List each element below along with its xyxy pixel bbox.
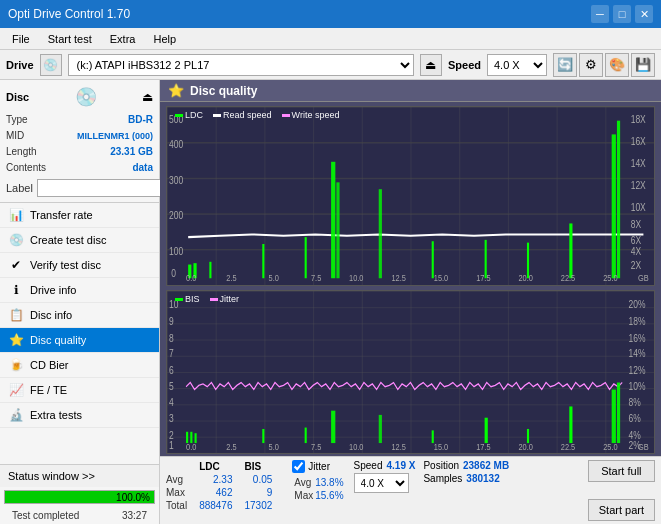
- svg-rect-12: [612, 134, 616, 278]
- ldc-label: LDC: [185, 110, 203, 120]
- drive-icon-button[interactable]: 💿: [40, 54, 62, 76]
- drive-bar: Drive 💿 (k:) ATAPI iHBS312 2 PL17 ⏏ Spee…: [0, 50, 661, 80]
- avg-label: Avg: [166, 473, 199, 486]
- disc-contents-row: Contents data: [6, 160, 153, 176]
- svg-text:14X: 14X: [631, 157, 646, 169]
- jitter-checkbox[interactable]: [292, 460, 305, 473]
- label-key: Label: [6, 182, 33, 194]
- svg-text:100: 100: [169, 245, 184, 257]
- svg-text:5.0: 5.0: [269, 441, 279, 452]
- nav-drive-info-label: Drive info: [30, 284, 76, 296]
- color-button[interactable]: 🎨: [605, 53, 629, 77]
- save-button[interactable]: 💾: [631, 53, 655, 77]
- nav-fe-te[interactable]: 📈 FE / TE: [0, 378, 159, 403]
- start-full-button[interactable]: Start full: [588, 460, 655, 482]
- svg-text:10%: 10%: [629, 379, 646, 391]
- svg-text:14%: 14%: [629, 347, 646, 359]
- nav-verify-test-disc[interactable]: ✔ Verify test disc: [0, 253, 159, 278]
- svg-text:20.0: 20.0: [518, 272, 533, 283]
- svg-rect-19: [569, 223, 572, 278]
- speed-label: Speed: [448, 59, 481, 71]
- nav-extra-tests[interactable]: 🔬 Extra tests: [0, 403, 159, 428]
- col-blank: [166, 460, 199, 473]
- mid-value: MILLENMR1 (000): [77, 128, 153, 144]
- disc-type-row: Type BD-R: [6, 112, 153, 128]
- menu-file[interactable]: File: [4, 32, 38, 46]
- svg-rect-11: [379, 189, 382, 278]
- svg-text:2.5: 2.5: [226, 272, 236, 283]
- svg-text:7: 7: [169, 347, 174, 359]
- max-label: Max: [166, 486, 199, 499]
- jitter-avg-value: 13.8%: [315, 477, 343, 488]
- disc-info-panel: Disc 💿 ⏏ Type BD-R MID MILLENMR1 (000) L…: [0, 80, 159, 203]
- svg-text:8X: 8X: [631, 217, 642, 229]
- maximize-button[interactable]: □: [613, 5, 631, 23]
- disc-quality-header: ⭐ Disc quality: [160, 80, 661, 102]
- svg-text:10X: 10X: [631, 201, 646, 213]
- svg-rect-13: [617, 121, 620, 279]
- refresh-button[interactable]: 🔄: [553, 53, 577, 77]
- window-controls: ─ □ ✕: [591, 5, 653, 23]
- samples-label: Samples: [423, 473, 462, 484]
- jitter-avg-label: Avg: [294, 477, 313, 488]
- progress-bar-container: 100.0%: [4, 490, 155, 504]
- minimize-button[interactable]: ─: [591, 5, 609, 23]
- fe-te-icon: 📈: [8, 383, 24, 397]
- speed-current-row: Speed 4.19 X: [354, 460, 416, 471]
- svg-text:12.5: 12.5: [391, 272, 406, 283]
- svg-text:12.5: 12.5: [391, 441, 406, 452]
- svg-text:1: 1: [169, 439, 174, 451]
- legend-bis: BIS: [175, 294, 200, 304]
- bottom-chart: BIS Jitter: [166, 290, 655, 454]
- length-value: 23.31 GB: [110, 144, 153, 160]
- mid-label: MID: [6, 128, 24, 144]
- svg-rect-54: [485, 418, 488, 443]
- nav-create-test-disc[interactable]: 💿 Create test disc: [0, 228, 159, 253]
- stats-table: LDC BIS Avg 2.33 0.05 Max 462: [166, 460, 284, 521]
- settings-button[interactable]: ⚙: [579, 53, 603, 77]
- svg-text:0: 0: [171, 267, 176, 279]
- svg-text:18X: 18X: [631, 113, 646, 125]
- menu-start-test[interactable]: Start test: [40, 32, 100, 46]
- eject-button[interactable]: ⏏: [420, 54, 442, 76]
- menu-extra[interactable]: Extra: [102, 32, 144, 46]
- drive-label: Drive: [6, 59, 34, 71]
- type-value: BD-R: [128, 112, 153, 128]
- svg-text:GB: GB: [638, 272, 649, 283]
- label-input[interactable]: [37, 179, 170, 197]
- svg-rect-10: [336, 182, 339, 278]
- disc-eject-icon: ⏏: [142, 90, 153, 104]
- svg-text:10.0: 10.0: [349, 441, 364, 452]
- svg-rect-1: [167, 107, 654, 285]
- app-title: Opti Drive Control 1.70: [8, 7, 130, 21]
- nav-disc-info[interactable]: 📋 Disc info: [0, 303, 159, 328]
- svg-rect-48: [167, 291, 654, 453]
- close-button[interactable]: ✕: [635, 5, 653, 23]
- write-speed-label: Write speed: [292, 110, 340, 120]
- nav-disc-quality[interactable]: ⭐ Disc quality: [0, 328, 159, 353]
- speed-select-stats[interactable]: 4.0 X: [354, 473, 409, 493]
- svg-rect-53: [379, 415, 382, 443]
- nav-cd-bier[interactable]: 🍺 CD Bier: [0, 353, 159, 378]
- position-value: 23862 MB: [463, 460, 509, 471]
- start-part-button[interactable]: Start part: [588, 499, 655, 521]
- svg-rect-59: [305, 428, 307, 443]
- top-chart-legend: LDC Read speed Write speed: [175, 110, 339, 120]
- svg-text:12X: 12X: [631, 179, 646, 191]
- status-window-button[interactable]: Status window >>: [0, 465, 159, 487]
- nav-disc-info-label: Disc info: [30, 309, 72, 321]
- nav-drive-info[interactable]: ℹ Drive info: [0, 278, 159, 303]
- jitter-max-row: Max 15.6%: [294, 490, 343, 501]
- svg-text:16%: 16%: [629, 332, 646, 344]
- menu-help[interactable]: Help: [145, 32, 184, 46]
- jitter-checkbox-row: Jitter: [292, 460, 345, 473]
- bottom-chart-legend: BIS Jitter: [175, 294, 239, 304]
- svg-text:22.5: 22.5: [561, 441, 576, 452]
- speed-select[interactable]: 4.0 X: [487, 54, 547, 76]
- toolbar-icons: 🔄 ⚙ 🎨 💾: [553, 53, 655, 77]
- nav-transfer-rate[interactable]: 📊 Transfer rate: [0, 203, 159, 228]
- nav-disc-quality-label: Disc quality: [30, 334, 86, 346]
- ldc-dot: [175, 114, 183, 117]
- disc-length-row: Length 23.31 GB: [6, 144, 153, 160]
- drive-select[interactable]: (k:) ATAPI iHBS312 2 PL17: [68, 54, 414, 76]
